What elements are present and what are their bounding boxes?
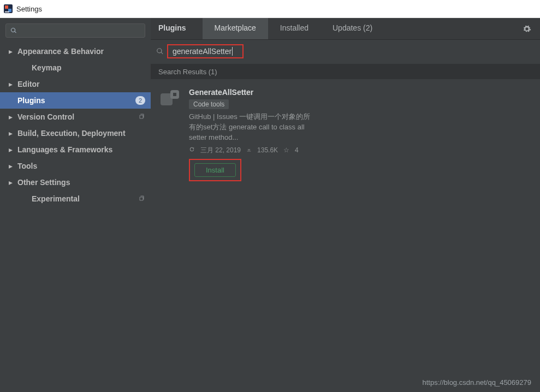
copy-icon <box>139 194 145 203</box>
sidebar-item-version-control[interactable]: ▸Version Control <box>0 109 151 125</box>
sidebar-item-label: Appearance & Behavior <box>17 47 104 56</box>
window-titlebar: Settings <box>0 0 540 17</box>
plugins-heading: Plugins <box>151 18 203 39</box>
plugin-name: GenerateAllSetter <box>189 88 314 97</box>
settings-gear-button[interactable] <box>514 18 540 39</box>
plugin-rating: 4 <box>295 146 299 154</box>
plugins-tabbar: Plugins MarketplaceInstalledUpdates (2) <box>151 18 540 40</box>
install-highlight: Install <box>189 159 241 181</box>
search-results-header: Search Results (1) <box>151 64 540 79</box>
sidebar-item-tools[interactable]: ▸Tools <box>0 158 151 174</box>
sidebar-item-experimental[interactable]: Experimental <box>0 191 151 207</box>
sidebar-item-keymap[interactable]: Keymap <box>0 60 151 76</box>
update-count-badge: 2 <box>135 96 145 105</box>
sidebar-search-input[interactable] <box>5 23 145 38</box>
plugin-stats: 三月 22, 2019 135.6K ☆4 <box>189 146 314 155</box>
plugin-category-tag: Code tools <box>189 99 229 109</box>
refresh-icon <box>189 146 195 154</box>
tab-marketplace[interactable]: Marketplace <box>203 18 268 39</box>
sidebar-item-label: Editor <box>17 80 39 88</box>
plugins-panel: Plugins MarketplaceInstalledUpdates (2) … <box>151 18 540 392</box>
install-button[interactable]: Install <box>194 163 236 177</box>
chevron-right-icon: ▸ <box>8 47 13 56</box>
settings-sidebar: ▸Appearance & BehaviorKeymap▸EditorPlugi… <box>0 18 151 392</box>
tab-updates-2-[interactable]: Updates (2) <box>321 18 384 39</box>
window-title: Settings <box>16 5 42 13</box>
plugin-icon <box>158 88 181 111</box>
app-icon <box>3 4 13 14</box>
text-caret <box>232 47 233 56</box>
sidebar-item-label: Languages & Frameworks <box>17 145 112 154</box>
gear-icon <box>523 25 531 33</box>
sidebar-item-label: Keymap <box>32 63 61 72</box>
sidebar-item-plugins[interactable]: Plugins2 <box>0 92 151 109</box>
plugin-date: 三月 22, 2019 <box>200 146 241 155</box>
svg-rect-1 <box>5 5 8 9</box>
sidebar-item-label: Experimental <box>32 194 80 203</box>
sidebar-item-editor[interactable]: ▸Editor <box>0 76 151 92</box>
copy-icon <box>139 112 145 121</box>
sidebar-item-label: Other Settings <box>17 178 70 187</box>
chevron-right-icon: ▸ <box>8 80 13 88</box>
chevron-right-icon: ▸ <box>8 162 13 170</box>
search-icon <box>10 27 17 34</box>
chevron-right-icon: ▸ <box>8 178 13 187</box>
tab-installed[interactable]: Installed <box>268 18 321 39</box>
svg-rect-6 <box>173 93 176 96</box>
sidebar-item-label: Build, Execution, Deployment <box>17 129 126 138</box>
plugin-search-input[interactable]: generateAllSetter <box>167 44 244 58</box>
plugin-downloads: 135.6K <box>257 146 278 154</box>
star-icon: ☆ <box>283 146 289 154</box>
plugin-result-item[interactable]: GenerateAllSetter Code tools GitHub | Is… <box>151 79 336 190</box>
sidebar-item-build-execution-deployment[interactable]: ▸Build, Execution, Deployment <box>0 125 151 141</box>
search-icon <box>156 47 164 55</box>
watermark-text: https://blog.csdn.net/qq_45069279 <box>423 378 532 387</box>
chevron-right-icon: ▸ <box>8 129 13 138</box>
plugin-description: GitHub | Issues 一键调用一个对象的所有的set方法 genera… <box>189 112 314 143</box>
download-icon <box>246 146 252 154</box>
chevron-right-icon: ▸ <box>8 112 13 121</box>
sidebar-item-languages-frameworks[interactable]: ▸Languages & Frameworks <box>0 141 151 158</box>
sidebar-item-label: Plugins <box>17 96 45 105</box>
svg-rect-3 <box>5 11 9 13</box>
sidebar-item-label: Version Control <box>17 112 74 121</box>
sidebar-item-label: Tools <box>17 162 37 170</box>
chevron-right-icon: ▸ <box>8 145 13 154</box>
sidebar-item-appearance-behavior[interactable]: ▸Appearance & Behavior <box>0 43 151 60</box>
sidebar-item-other-settings[interactable]: ▸Other Settings <box>0 174 151 191</box>
